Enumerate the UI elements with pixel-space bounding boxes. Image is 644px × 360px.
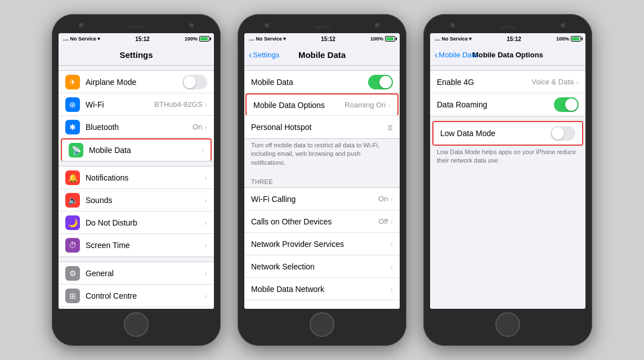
home-button-2[interactable] <box>310 312 334 337</box>
sounds-icon: 🔈 <box>65 193 80 208</box>
time-1: 15:12 <box>135 36 150 42</box>
item-lowdatamode[interactable]: Low Data Mode <box>433 122 582 145</box>
item-md-toggle[interactable]: Mobile Data <box>244 71 400 93</box>
phone-top-bar-1 <box>57 20 215 32</box>
front-camera-3 <box>500 26 516 29</box>
screen-1: .... No Service ▾ 15:12 100% Settings ✈ <box>59 33 214 309</box>
callsother-value: Off <box>378 217 388 226</box>
content-1: ✈ Airplane Mode ⊛ Wi-Fi BTHub4-92GS › ✱ <box>59 66 214 309</box>
item-controlcentre[interactable]: ⊞ Control Centre › <box>59 285 214 307</box>
item-md-options[interactable]: Mobile Data Options Roaming On › <box>245 93 399 116</box>
md-options-value: Roaming On <box>345 101 386 109</box>
item-simpin[interactable]: SIM PIN › <box>244 300 400 309</box>
screentime-chevron: › <box>204 241 207 250</box>
item-screentime[interactable]: ⏱ Screen Time › <box>59 234 214 256</box>
speaker-dot-right-3 <box>561 23 565 28</box>
item-dataroaming[interactable]: Data Roaming <box>430 93 585 116</box>
content-3: Enable 4G Voice & Data › Data Roaming <box>430 66 585 309</box>
screen-2: .... No Service ▾ 15:12 100% ‹ Settings … <box>244 33 400 309</box>
sounds-chevron: › <box>204 196 207 205</box>
speaker-dot-left <box>79 23 83 28</box>
item-general[interactable]: ⚙ General › <box>59 262 214 285</box>
time-3: 15:12 <box>507 36 521 42</box>
dataroaming-toggle[interactable] <box>554 97 579 112</box>
carrier-3: .... No Service <box>435 36 468 42</box>
list-mdo-lowdata: Low Data Mode <box>432 121 583 146</box>
item-networkprovider[interactable]: Network Provider Services › <box>244 233 400 255</box>
status-bar-1: .... No Service ▾ 15:12 100% <box>59 33 214 44</box>
item-sounds[interactable]: 🔈 Sounds › <box>59 189 214 212</box>
md-options-chevron: › <box>388 101 391 110</box>
list-personalisation: 🔔 Notifications › 🔈 Sounds › 🌙 Do Not Di… <box>59 166 214 257</box>
wifi-icon-2: ▾ <box>283 36 286 42</box>
nav-bar-2: ‹ Settings Mobile Data <box>244 44 400 66</box>
speaker-dot-right <box>189 23 194 28</box>
item-notifications[interactable]: 🔔 Notifications › <box>59 166 214 189</box>
item-mdnetwork[interactable]: Mobile Data Network › <box>244 278 400 300</box>
battery-icon-3 <box>571 36 581 42</box>
phone-3: .... No Service ▾ 15:12 100% ‹ Mobile Da… <box>423 14 592 346</box>
item-displaybrightness[interactable]: ☀ Display & Brightness › <box>59 307 214 309</box>
general-icon: ⚙ <box>65 266 80 281</box>
lowdatamode-toggle-thumb <box>552 127 564 140</box>
speaker-dot-left-3 <box>450 23 455 28</box>
simpin-label: SIM PIN <box>251 307 390 309</box>
item-enable4g[interactable]: Enable 4G Voice & Data › <box>430 71 585 93</box>
battery-icon-1 <box>199 36 209 42</box>
callsother-label: Calls on Other Devices <box>251 217 378 226</box>
status-right-2: 100% <box>370 36 395 42</box>
controlcentre-icon: ⊞ <box>65 289 80 303</box>
bluetooth-icon: ✱ <box>65 120 80 134</box>
status-right-3: 100% <box>556 36 581 42</box>
list-system: ⚙ General › ⊞ Control Centre › ☀ Display… <box>59 262 214 309</box>
md-toggle[interactable] <box>368 75 393 89</box>
phone-1: .... No Service ▾ 15:12 100% Settings ✈ <box>52 14 221 346</box>
group-mdo-lowdata: Low Data Mode <box>430 121 585 146</box>
status-bar-3: .... No Service ▾ 15:12 100% <box>430 33 585 44</box>
front-camera-2 <box>314 26 330 29</box>
wifi-icon-3: ▾ <box>469 36 472 42</box>
back-label-2: Settings <box>253 51 279 59</box>
notifications-icon: 🔔 <box>65 170 80 185</box>
nav-bar-1: Settings <box>59 44 214 66</box>
wifi-label: Wi-Fi <box>86 100 154 109</box>
wifi-value: BTHub4-92GS <box>154 100 202 109</box>
mdnetwork-chevron: › <box>390 285 393 294</box>
item-wificalling[interactable]: Wi-Fi Calling On › <box>244 188 400 210</box>
item-networkselection[interactable]: Network Selection › <box>244 255 400 278</box>
home-button-3[interactable] <box>495 312 520 337</box>
dataroaming-toggle-thumb <box>565 98 578 111</box>
wificalling-chevron: › <box>390 195 393 204</box>
wifi-icon: ⊛ <box>65 97 80 112</box>
nav-back-3[interactable]: ‹ Mobile Data <box>435 51 478 60</box>
home-button-1[interactable] <box>124 312 149 337</box>
back-chevron-2: ‹ <box>249 51 252 60</box>
item-donotdisturb[interactable]: 🌙 Do Not Disturb › <box>59 212 214 234</box>
dnd-chevron: › <box>204 218 207 227</box>
group-mdo-top: Enable 4G Voice & Data › Data Roaming <box>430 70 585 116</box>
list-md-top: Mobile Data Mobile Data Options Roaming … <box>244 70 400 139</box>
group-system: ⚙ General › ⊞ Control Centre › ☀ Display… <box>59 262 214 309</box>
carrier-2: .... No Service <box>249 36 282 42</box>
item-airplane[interactable]: ✈ Airplane Mode <box>59 71 214 93</box>
airplane-toggle[interactable] <box>182 75 207 89</box>
callsother-chevron: › <box>390 217 393 226</box>
item-bluetooth[interactable]: ✱ Bluetooth On › <box>59 116 214 138</box>
group-three: THREE Wi-Fi Calling On › Calls on Other … <box>244 176 400 309</box>
nav-back-2[interactable]: ‹ Settings <box>249 51 279 60</box>
status-left-2: .... No Service ▾ <box>249 36 286 42</box>
lowdatamode-label: Low Data Mode <box>440 129 551 138</box>
general-label: General <box>86 269 204 278</box>
bluetooth-value: On <box>193 123 202 131</box>
lowdatamode-description: Low Data Mode helps apps on your iPhone … <box>430 146 585 170</box>
item-callsother[interactable]: Calls on Other Devices Off › <box>244 210 400 233</box>
item-wifi[interactable]: ⊛ Wi-Fi BTHub4-92GS › <box>59 93 214 116</box>
dnd-icon: 🌙 <box>65 215 80 230</box>
battery-fill-2 <box>386 37 393 40</box>
status-bar-2: .... No Service ▾ 15:12 100% <box>244 33 400 44</box>
lowdatamode-toggle[interactable] <box>551 126 575 141</box>
item-personal-hotspot[interactable]: Personal Hotspot ⧖ <box>244 116 400 138</box>
three-label: THREE <box>244 176 400 187</box>
item-mobiledata[interactable]: 📡 Mobile Data › <box>61 138 212 161</box>
front-camera <box>128 26 144 29</box>
